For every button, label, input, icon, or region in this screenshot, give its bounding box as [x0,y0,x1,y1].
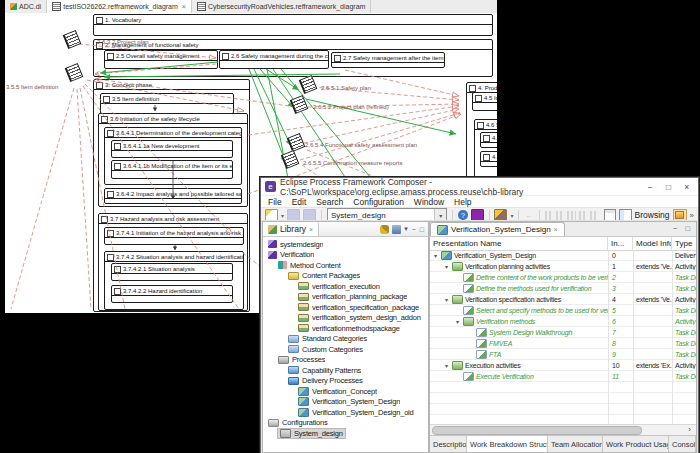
checkbox-icon[interactable] [96,82,103,89]
table-header[interactable]: Presentation Name In... Model Info Type [430,237,696,251]
diagram-box[interactable]: 2.5 Overall safety management [104,50,218,69]
tab-consolidated-view[interactable]: Consolidated View [669,436,696,452]
tree-item[interactable]: verification_planning_package [263,292,428,303]
tree-item[interactable]: Content Packages [263,271,428,282]
browsing-perspective-label[interactable]: Browsing [635,210,670,220]
diagram-box[interactable]: 4.6 [480,151,497,167]
expand-icon[interactable] [432,252,439,259]
wizard-dropdown-icon[interactable] [510,212,513,219]
view-menu-icon[interactable]: ▾ [404,225,408,233]
new-dropdown-icon[interactable] [281,212,284,219]
diagram-box[interactable]: 3.7.4.2.2 Hazard identification [111,285,233,303]
diagram-box[interactable]: 4.6.4 [480,132,497,148]
minimize-icon[interactable]: − [643,182,657,192]
tree-item[interactable]: Method Content [263,260,428,271]
checkbox-icon[interactable] [107,254,114,261]
checkbox-icon[interactable] [103,96,110,103]
title-bar[interactable]: Eclipse Process Framework Composer - C:\… [261,178,698,196]
help-icon[interactable] [458,210,467,220]
tab-description[interactable]: Description [430,436,467,452]
table-row[interactable]: FTA 9Task Des... [430,349,696,360]
checkbox-icon[interactable] [483,135,490,142]
diagram-box[interactable]: 3.7.4.2.1 Situation analysis [111,263,233,281]
table-row[interactable]: Verification planning activities 1extend… [430,261,696,272]
tree-item[interactable]: verification_execution [263,281,428,292]
checkbox-icon[interactable] [107,191,114,198]
tree-item[interactable]: verificationmethodspackage [263,323,428,334]
tree-item[interactable]: verification_system_design_addon [263,313,428,324]
tree-item[interactable]: Processes [263,355,428,366]
close-icon[interactable]: × [309,226,313,233]
checkbox-icon[interactable] [107,230,114,237]
library-tree[interactable]: systemdesign Verification Method Content… [263,237,428,452]
menu-configuration[interactable]: Configuration [353,197,404,207]
tree-item[interactable]: Verification_System_Design [263,397,428,408]
configuration-error-icon[interactable] [380,225,389,234]
tab-work-breakdown-structure[interactable]: Work Breakdown Struct... [467,436,548,452]
work-product-icon[interactable] [290,95,309,114]
menu-edit[interactable]: Edit [292,197,307,207]
work-product-icon[interactable] [287,133,306,152]
diagram-box[interactable]: 3.5 Item definition [100,93,234,114]
table-row[interactable]: Select and specify methods to be used fo… [430,305,696,316]
work-product-icon[interactable] [63,30,82,49]
work-product-icon[interactable] [281,150,300,169]
diagram-box[interactable]: 3.6.4.1.1a New development [111,140,233,158]
menu-file[interactable]: File [268,197,282,207]
back-icon[interactable] [524,211,533,220]
tree-item[interactable]: systemdesign [263,239,428,250]
tree-item[interactable]: Configurations [263,418,428,429]
table-row[interactable]: Execute Verification 11Task Des... [430,371,696,382]
checkbox-icon[interactable] [483,154,490,161]
minimize-view-icon[interactable]: − [412,226,416,233]
toolbar-overflow-icon[interactable] [690,211,694,220]
tab-library[interactable]: Library × [263,222,319,236]
checkbox-icon[interactable] [222,53,229,60]
maximize-icon[interactable]: □ [661,182,675,192]
work-product-icon[interactable] [299,75,318,94]
diagram-box[interactable]: 1. Vocabulary [93,14,493,36]
diagram-box[interactable]: 4.5 Initi [472,92,497,111]
tree-item[interactable]: Custom Categories [263,344,428,355]
diagram-box[interactable]: 3.6.4.1.1b Modification of the item or i… [111,160,233,179]
tab-team-allocation[interactable]: Team Allocation [548,436,603,452]
tab-adc-di[interactable]: ADC.di [5,0,47,13]
maximize-view-icon[interactable]: □ [420,226,424,233]
close-icon[interactable]: × [554,226,558,233]
table-row[interactable]: Define the methods used for verification… [430,283,696,294]
tree-item[interactable]: Verification [263,250,428,261]
checkbox-icon[interactable] [101,116,108,123]
tree-item[interactable]: Delivery Processes [263,376,428,387]
tree-item[interactable]: Capability Patterns [263,365,428,376]
diagram-box[interactable]: 3.7.4.1 Initiation of the hazard analysi… [104,227,244,245]
table-row[interactable]: Verification specification activities 4e… [430,294,696,305]
tree-item[interactable]: Standard Categories [263,334,428,345]
menu-window[interactable]: Window [414,197,444,207]
checkbox-icon[interactable] [96,17,103,24]
diagram-box[interactable]: 3.6.4.2 Impact analysis and possible tai… [104,188,242,204]
checkbox-icon[interactable] [477,122,484,129]
checkbox-icon[interactable] [475,95,482,102]
column-model-info[interactable]: Model Info [633,237,672,250]
tab-verification-system-design[interactable]: Verification_System_Design × [430,222,565,236]
table-row[interactable]: FMVEA 8Task Des... [430,338,696,349]
checkbox-icon[interactable] [334,55,341,62]
tab-cybersecurity-diagram[interactable]: CybersecurityRoadVehicles.refframework_d… [192,0,371,13]
table-row[interactable]: Execution activities 10extends 'Ex...Act… [430,360,696,371]
tab-testiso26262-diagram[interactable]: testISO26262.refframework_diagram × [47,0,192,13]
tree-item[interactable]: verification_specification_package [263,302,428,313]
link-with-editor-icon[interactable] [392,225,401,234]
checkbox-icon[interactable] [114,163,121,170]
expand-icon[interactable] [454,318,461,325]
table-row[interactable]: Verification methods 6Activity [430,316,696,327]
checkbox-icon[interactable] [114,288,121,295]
column-type[interactable]: Type [672,237,696,250]
table-row[interactable]: System Design Walkthrough 7Task Des... [430,327,696,338]
work-product-icon[interactable] [65,63,84,82]
checkbox-icon[interactable] [114,143,121,150]
tree-item[interactable]: Verification_Concept [263,386,428,397]
diagram-box[interactable]: 2.6 Safety management during the concep.… [219,50,329,69]
close-icon[interactable]: × [680,182,694,192]
checkbox-icon[interactable] [101,216,108,223]
editor-minmax-icons[interactable]: − □ [673,224,693,233]
